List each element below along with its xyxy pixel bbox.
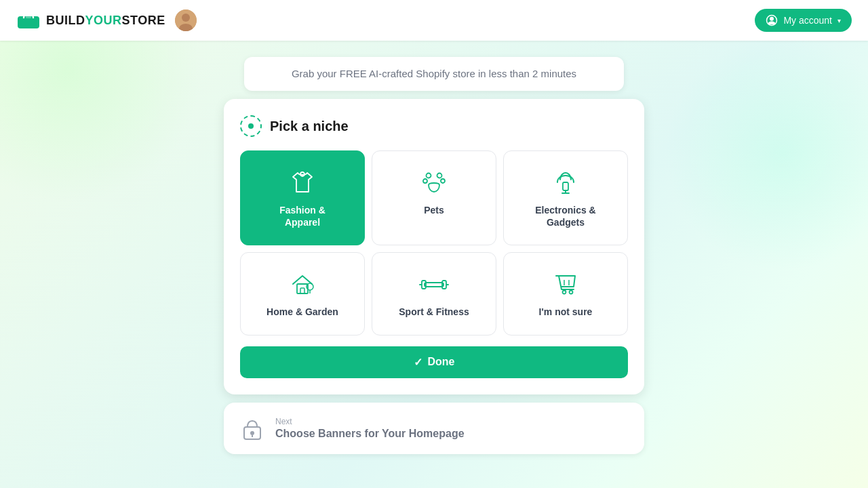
niche-label-home-garden: Home & Garden	[267, 306, 338, 318]
chevron-down-icon: ▾	[837, 17, 841, 24]
svg-point-8	[427, 174, 431, 178]
lock-icon	[240, 416, 264, 441]
done-label: Done	[428, 356, 455, 368]
cart-icon	[551, 269, 580, 299]
banner-text: Grab your FREE AI-crafted Shopify store …	[292, 68, 576, 79]
svg-point-11	[441, 179, 445, 183]
niche-label-electronics: Electronics &Gadgets	[535, 204, 595, 228]
svg-point-29	[250, 431, 254, 435]
done-button[interactable]: ✓ Done	[240, 346, 628, 378]
niche-item-home-garden[interactable]: Home & Garden	[240, 252, 365, 335]
step-dot	[248, 123, 254, 129]
niche-item-not-sure[interactable]: I'm not sure	[503, 252, 628, 335]
svg-rect-12	[563, 182, 568, 190]
main-content: Grab your FREE AI-crafted Shopify store …	[0, 41, 868, 488]
svg-rect-16	[300, 288, 304, 293]
logo-text: BUILDYOURSTORE	[46, 14, 165, 28]
svg-point-3	[182, 14, 190, 22]
avatar	[175, 9, 197, 31]
my-account-button[interactable]: My account ▾	[755, 9, 852, 32]
niche-label-not-sure: I'm not sure	[539, 306, 593, 318]
card-title: Pick a niche	[270, 119, 349, 134]
home-garden-icon	[288, 269, 317, 299]
svg-rect-19	[425, 283, 443, 287]
svg-point-25	[570, 291, 573, 294]
svg-point-6	[770, 17, 774, 21]
pick-niche-card: Pick a niche Fashion &Apparel	[224, 99, 644, 394]
fashion-icon	[288, 167, 317, 197]
pets-icon	[419, 167, 449, 197]
promo-banner: Grab your FREE AI-crafted Shopify store …	[244, 57, 624, 91]
logo-icon	[16, 11, 41, 30]
svg-rect-1	[26, 16, 31, 18]
svg-point-7	[300, 172, 304, 176]
next-section-card: Next Choose Banners for Your Homepage	[224, 403, 644, 454]
niche-label-sport-fitness: Sport & Fitness	[399, 306, 469, 318]
niche-item-sport-fitness[interactable]: Sport & Fitness	[372, 252, 496, 335]
svg-point-10	[423, 179, 427, 183]
niche-item-electronics[interactable]: Electronics &Gadgets	[503, 150, 628, 245]
svg-point-9	[437, 174, 442, 178]
sport-fitness-icon	[419, 269, 449, 299]
next-label: Next	[275, 417, 465, 426]
card-header: Pick a niche	[240, 115, 628, 137]
niche-grid: Fashion &Apparel Pets	[240, 150, 628, 336]
niche-item-pets[interactable]: Pets	[372, 150, 496, 245]
niche-label-pets: Pets	[424, 204, 444, 216]
niche-label-fashion: Fashion &Apparel	[279, 204, 326, 228]
app-header: BUILDYOURSTORE My account ▾	[0, 0, 868, 41]
done-check-icon: ✓	[414, 356, 422, 369]
svg-point-24	[563, 291, 566, 294]
next-title: Choose Banners for Your Homepage	[275, 428, 465, 440]
step-indicator	[240, 115, 262, 137]
electronics-icon	[551, 167, 580, 197]
account-label: My account	[783, 15, 832, 26]
user-icon	[766, 14, 778, 26]
logo: BUILDYOURSTORE	[16, 9, 197, 31]
next-info: Next Choose Banners for Your Homepage	[275, 417, 465, 440]
niche-item-fashion[interactable]: Fashion &Apparel	[240, 150, 365, 245]
